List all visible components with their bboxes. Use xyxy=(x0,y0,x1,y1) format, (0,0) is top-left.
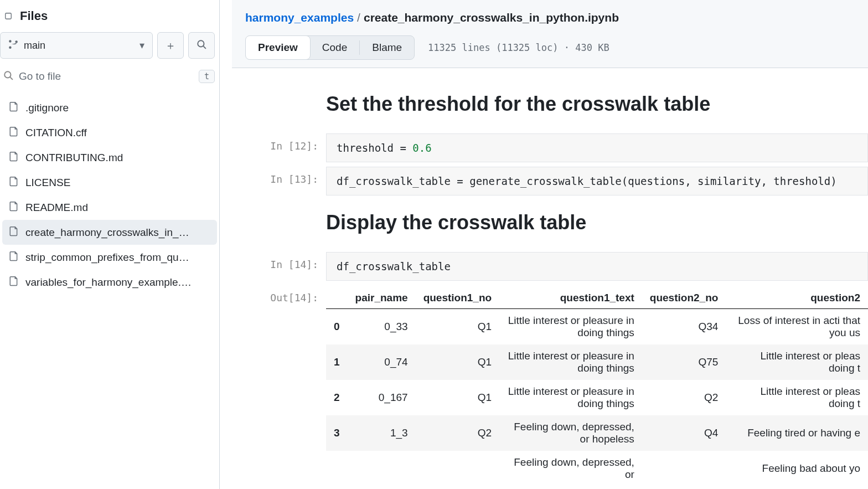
table-row: 1 0_74 Q1 Little interest or pleasure in… xyxy=(326,344,868,380)
tab-preview[interactable]: Preview xyxy=(245,35,311,60)
file-item[interactable]: LICENSE xyxy=(2,170,217,195)
file-icon xyxy=(9,200,19,214)
cell-prompt: In [12]: xyxy=(232,133,326,162)
table-header: pair_name xyxy=(348,287,416,309)
gotofile-shortcut: t xyxy=(199,70,215,83)
table-header: question1_text xyxy=(499,287,642,309)
cell-prompt: In [14]: xyxy=(232,252,326,281)
file-name: LICENSE xyxy=(25,177,70,189)
file-icon xyxy=(9,176,19,189)
file-name: CITATION.cff xyxy=(25,127,87,139)
heading-display: Display the crosswalk table xyxy=(326,211,868,234)
code-cell: df_crosswalk_table xyxy=(326,252,868,281)
file-tree-sidebar: Files main ▾ ＋ xyxy=(0,0,220,489)
search-icon xyxy=(3,70,13,83)
branch-icon xyxy=(8,39,18,52)
cell-prompt: Out[14]: xyxy=(232,285,326,486)
sidebar-title: Files xyxy=(20,9,48,23)
table-row: 0 0_33 Q1 Little interest or pleasure in… xyxy=(326,309,868,345)
svg-point-2 xyxy=(4,71,11,78)
file-header: harmony_examples/create_harmony_crosswal… xyxy=(232,0,868,68)
file-icon xyxy=(9,225,19,239)
file-name: README.md xyxy=(25,202,88,214)
branch-selector[interactable]: main ▾ xyxy=(0,32,153,59)
go-to-file-input[interactable]: Go to file xyxy=(0,65,194,87)
view-switcher: Preview Code Blame xyxy=(245,35,415,60)
file-name: .gitignore xyxy=(25,102,69,114)
file-item[interactable]: CITATION.cff xyxy=(2,120,217,145)
breadcrumb-sep: / xyxy=(354,11,364,24)
branch-name: main xyxy=(24,40,45,52)
file-icon xyxy=(9,275,19,289)
search-icon xyxy=(197,39,206,52)
file-item[interactable]: CONTRIBUTING.md xyxy=(2,145,217,170)
cell-prompt: In [13]: xyxy=(232,167,326,195)
file-icon xyxy=(9,250,19,264)
file-icon xyxy=(9,126,19,140)
svg-rect-0 xyxy=(6,13,12,19)
file-list: .gitignore CITATION.cff CONTRIBUTING.md … xyxy=(0,95,219,295)
file-icon xyxy=(9,101,19,115)
caret-down-icon: ▾ xyxy=(140,39,144,52)
plus-icon: ＋ xyxy=(165,38,176,53)
notebook-preview: Set the threshold for the crosswalk tabl… xyxy=(232,68,868,489)
file-item[interactable]: .gitignore xyxy=(2,95,217,120)
table-row: Feeling down, depressed, or Feeling bad … xyxy=(326,451,868,486)
search-files-button[interactable] xyxy=(188,32,215,59)
file-item[interactable]: create_harmony_crosswalks_in_… xyxy=(2,220,217,245)
file-stats: 11325 lines (11325 loc) · 430 KB xyxy=(428,42,609,53)
breadcrumb: harmony_examples/create_harmony_crosswal… xyxy=(245,11,855,35)
go-to-file-placeholder: Go to file xyxy=(19,70,61,83)
main-content: harmony_examples/create_harmony_crosswal… xyxy=(232,0,868,489)
tab-blame[interactable]: Blame xyxy=(360,36,414,59)
code-cell: df_crosswalk_table = generate_crosswalk_… xyxy=(326,167,868,195)
add-file-button[interactable]: ＋ xyxy=(157,32,184,59)
table-row: 3 1_3 Q2 Feeling down, depressed, or hop… xyxy=(326,415,868,451)
breadcrumb-repo[interactable]: harmony_examples xyxy=(245,11,354,24)
sidebar-toggle-icon[interactable] xyxy=(4,11,13,22)
dataframe-table: pair_namequestion1_noquestion1_textquest… xyxy=(326,287,868,486)
breadcrumb-file: create_harmony_crosswalks_in_python.ipyn… xyxy=(364,11,619,24)
file-item[interactable]: variables_for_harmony_example.… xyxy=(2,270,217,295)
heading-threshold: Set the threshold for the crosswalk tabl… xyxy=(326,92,868,116)
table-header: question2_no xyxy=(642,287,726,309)
file-icon xyxy=(9,151,19,164)
svg-point-1 xyxy=(198,40,204,47)
file-name: variables_for_harmony_example.… xyxy=(25,276,192,289)
tab-code[interactable]: Code xyxy=(310,36,359,59)
file-item[interactable]: strip_common_prefixes_from_qu… xyxy=(2,245,217,270)
table-header xyxy=(326,287,348,309)
file-name: strip_common_prefixes_from_qu… xyxy=(25,251,189,264)
code-cell: threshold = 0.6 xyxy=(326,133,868,162)
table-header: question1_no xyxy=(416,287,500,309)
file-name: create_harmony_crosswalks_in_… xyxy=(25,227,189,239)
file-item[interactable]: README.md xyxy=(2,195,217,220)
file-name: CONTRIBUTING.md xyxy=(25,152,123,164)
table-header: question2 xyxy=(726,287,868,309)
table-row: 2 0_167 Q1 Little interest or pleasure i… xyxy=(326,380,868,415)
